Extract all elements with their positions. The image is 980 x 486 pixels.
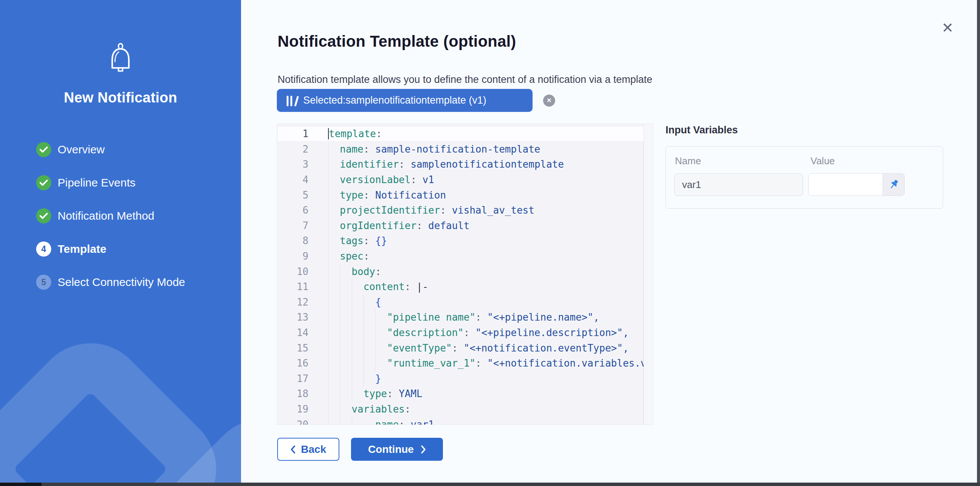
code-text: spec: (324, 249, 644, 264)
code-text: "description": "<+pipeline.description>"… (324, 325, 644, 341)
code-text: } (324, 371, 644, 387)
code-text: "eventType": "<+notification.eventType>"… (324, 340, 644, 355)
line-number: 11 (277, 281, 324, 292)
code-text: "pipeline name": "<+pipeline.name>", (324, 310, 644, 325)
wizard-title: New Notification (0, 90, 241, 106)
line-number: 18 (277, 388, 324, 399)
step-label: Select Connectivity Mode (57, 276, 185, 288)
chevron-right-icon (421, 445, 426, 454)
code-lines: 1 template: 2 name: sample-notification-… (277, 126, 644, 425)
code-line: 19 variables: (277, 402, 644, 417)
pin-icon (888, 179, 899, 190)
variable-value-input[interactable] (809, 174, 883, 196)
code-text: "runtime_var_1": "<+notification.variabl… (324, 355, 644, 371)
line-number: 15 (277, 343, 324, 354)
line-number: 19 (277, 403, 324, 415)
line-number: 2 (277, 143, 324, 155)
code-text: identifier: samplenotificationtemplate (324, 157, 644, 172)
line-number: 1 (277, 128, 324, 139)
wizard-step-template[interactable]: 4 Template (36, 233, 232, 266)
page-description: Notification template allows you to defi… (278, 74, 652, 86)
line-number: 13 (277, 312, 324, 323)
code-text: tags: {} (324, 233, 644, 249)
code-line: 9 spec: (277, 249, 644, 264)
name-column-header: Name (675, 155, 701, 167)
pin-fixed-value-button[interactable] (883, 174, 904, 196)
code-line: 20 - name: var1 (277, 417, 644, 425)
wizard-step-select-connectivity-mode[interactable]: 5 Select Connectivity Mode (36, 266, 232, 299)
step-label: Template (57, 243, 106, 255)
code-line: 12 { (277, 295, 644, 310)
line-number: 7 (277, 220, 324, 231)
input-variables-title: Input Variables (665, 124, 738, 136)
code-text: name: sample-notification-template (324, 142, 644, 157)
code-line: 15 "eventType": "<+notification.eventTyp… (277, 340, 644, 355)
line-number: 16 (277, 357, 324, 369)
wizard-step-pipeline-events[interactable]: Pipeline Events (36, 166, 232, 199)
code-line: 3 identifier: samplenotificationtemplate (277, 157, 644, 172)
code-text: variables: (324, 402, 644, 417)
code-line: 8 tags: {} (277, 233, 644, 249)
code-line: 4 versionLabel: v1 (277, 172, 644, 188)
line-number: 14 (277, 327, 324, 338)
variable-value-group (808, 173, 905, 196)
line-number: 9 (277, 250, 324, 262)
code-text: - name: var1 (324, 417, 644, 425)
bell-icon (0, 42, 241, 80)
code-line: 16 "runtime_var_1": "<+notification.vari… (277, 355, 644, 371)
step-label: Notification Method (57, 209, 154, 222)
code-line: 10 body: (277, 264, 644, 279)
remove-template-icon[interactable]: ✕ (543, 94, 555, 107)
selected-template-chip[interactable]: Selected:samplenotificationtemplate (v1) (277, 89, 533, 112)
chevron-left-icon (290, 445, 296, 454)
yaml-editor[interactable]: 1 template: 2 name: sample-notification-… (277, 124, 654, 425)
code-line: 14 "description": "<+pipeline.descriptio… (277, 325, 644, 341)
code-text: content: |- (324, 279, 644, 295)
wizard-step-notification-method[interactable]: Notification Method (36, 199, 232, 233)
step-status-icon: 5 (36, 275, 51, 290)
code-line: 5 type: Notification (277, 187, 644, 203)
step-status-icon (36, 142, 51, 157)
code-text: template: (324, 126, 644, 142)
wizard-steps: Overview Pipeline Events Notification Me… (36, 133, 232, 299)
step-label: Overview (57, 143, 105, 156)
line-number: 6 (277, 205, 324, 216)
line-number: 3 (277, 159, 324, 170)
line-number: 20 (277, 419, 324, 425)
editor-scrollbar-track[interactable] (644, 124, 654, 425)
code-line: 17 } (277, 371, 644, 387)
line-number: 10 (277, 266, 324, 277)
step-status-icon (36, 208, 51, 223)
code-line: 13 "pipeline name": "<+pipeline.name>", (277, 310, 644, 325)
wizard-sidebar: New Notification Overview Pipeline Event… (0, 0, 241, 486)
page-title: Notification Template (optional) (278, 32, 516, 51)
continue-button[interactable]: Continue (351, 438, 443, 461)
code-text: projectIdentifier: vishal_av_test (324, 203, 644, 218)
back-button[interactable]: Back (277, 438, 339, 461)
code-text: versionLabel: v1 (324, 172, 644, 188)
close-icon[interactable]: ✕ (938, 18, 958, 38)
code-line: 11 content: |- (277, 279, 644, 295)
selected-template-label: Selected:samplenotificationtemplate (v1) (303, 94, 486, 106)
template-library-icon (286, 95, 298, 106)
code-line: 6 projectIdentifier: vishal_av_test (277, 203, 644, 218)
step-status-icon (36, 175, 51, 190)
code-text: orgIdentifier: default (324, 218, 644, 234)
line-number: 17 (277, 373, 324, 384)
step-label: Pipeline Events (57, 176, 135, 189)
line-number: 4 (277, 174, 324, 185)
code-line: 18 type: YAML (277, 386, 644, 402)
code-text: { (324, 295, 644, 310)
code-text: body: (324, 264, 644, 279)
step-status-icon: 4 (36, 242, 51, 257)
code-line: 2 name: sample-notification-template (277, 142, 644, 157)
wizard-step-overview[interactable]: Overview (36, 133, 232, 166)
code-text: type: YAML (324, 386, 644, 402)
line-number: 12 (277, 296, 324, 308)
variable-name-input[interactable] (674, 173, 803, 196)
continue-label: Continue (368, 443, 414, 456)
value-column-header: Value (810, 155, 835, 167)
back-label: Back (301, 443, 326, 456)
code-line: 1 template: (277, 126, 644, 142)
line-number: 5 (277, 190, 324, 201)
